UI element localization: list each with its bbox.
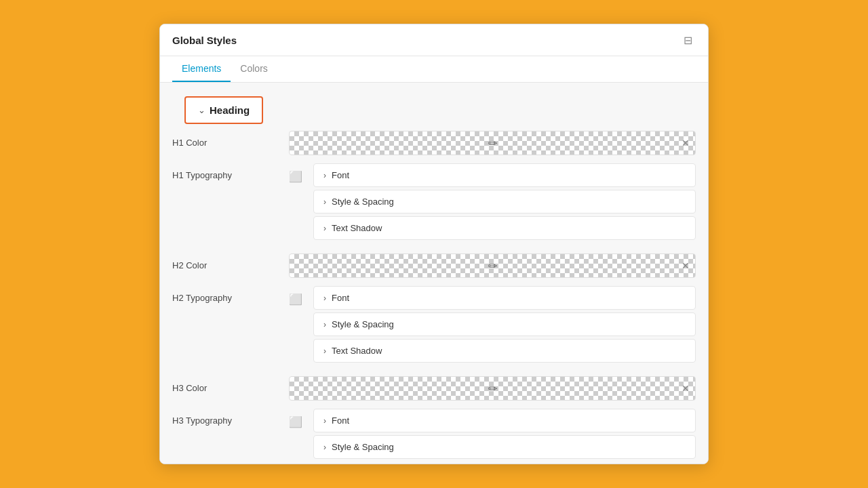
minimize-icon[interactable]: ⊟ — [684, 34, 696, 46]
h2-text-shadow-row[interactable]: › Text Shadow — [313, 339, 696, 363]
h2-color-controls: ✏ ✕ — [289, 253, 696, 278]
h1-text-shadow-row[interactable]: › Text Shadow — [313, 216, 696, 240]
h1-color-controls: ✏ ✕ — [289, 131, 696, 155]
h3-color-label: H3 Color — [172, 376, 281, 393]
chevron-right-icon: › — [323, 346, 326, 356]
tab-colors[interactable]: Colors — [231, 56, 277, 82]
chevron-right-icon: › — [323, 224, 326, 233]
h2-typography-label: H2 Typography — [172, 286, 281, 303]
h3-style-spacing-row[interactable]: › Style & Spacing — [313, 435, 696, 459]
monitor-icon: ⬜ — [289, 286, 305, 306]
h1-style-spacing-label: Style & Spacing — [332, 197, 394, 207]
pen-icon: ✏ — [488, 382, 497, 395]
h2-color-row: H2 Color ✏ ✕ — [172, 253, 696, 278]
h3-font-row[interactable]: › Font — [313, 409, 696, 432]
close-icon[interactable]: ✕ — [682, 138, 690, 148]
monitor-icon: ⬜ — [289, 163, 305, 183]
chevron-right-icon: › — [323, 416, 326, 426]
content-area: H1 Color ✏ ✕ H1 Typography ⬜ › Font — [160, 124, 708, 464]
h2-text-shadow-label: Text Shadow — [332, 346, 382, 356]
h3-style-spacing-label: Style & Spacing — [332, 442, 394, 452]
monitor-icon: ⬜ — [289, 409, 305, 428]
h1-color-row: H1 Color ✏ ✕ — [172, 131, 696, 155]
divider — [172, 248, 696, 253]
chevron-right-icon: › — [323, 443, 326, 452]
h2-style-spacing-row[interactable]: › Style & Spacing — [313, 312, 696, 336]
chevron-right-icon: › — [323, 293, 326, 303]
chevron-down-icon: ⌄ — [198, 105, 205, 115]
h1-color-label: H1 Color — [172, 131, 281, 148]
close-icon[interactable]: ✕ — [682, 260, 690, 271]
h2-typography-controls: › Font › Style & Spacing › Text Shadow — [313, 286, 696, 363]
section-heading-label: Heading — [210, 104, 250, 116]
panel-title: Global Styles — [172, 35, 237, 46]
h1-text-shadow-label: Text Shadow — [332, 223, 382, 233]
h3-color-row: H3 Color ✏ ✕ — [172, 376, 696, 401]
h1-typography-controls: › Font › Style & Spacing › Text Shadow — [313, 163, 696, 240]
tab-elements[interactable]: Elements — [172, 56, 231, 82]
h1-style-spacing-row[interactable]: › Style & Spacing — [313, 190, 696, 214]
h3-typography-controls: › Font › Style & Spacing — [313, 409, 696, 459]
chevron-right-icon: › — [323, 320, 326, 329]
chevron-right-icon: › — [323, 171, 326, 180]
h2-font-row[interactable]: › Font — [313, 286, 696, 310]
h3-typography-row: H3 Typography ⬜ › Font › Style & Spacing — [172, 409, 696, 459]
h1-color-picker[interactable]: ✏ ✕ — [289, 131, 696, 155]
h2-color-label: H2 Color — [172, 253, 281, 270]
pen-icon: ✏ — [488, 137, 497, 150]
h2-color-picker[interactable]: ✏ ✕ — [289, 253, 696, 278]
h1-font-row[interactable]: › Font — [313, 163, 696, 187]
panel-titlebar: Global Styles ⊟ — [160, 24, 708, 56]
h2-style-spacing-label: Style & Spacing — [332, 319, 394, 329]
pen-icon: ✏ — [488, 260, 497, 272]
close-icon[interactable]: ✕ — [682, 383, 690, 394]
h1-typography-label: H1 Typography — [172, 163, 281, 180]
h3-color-controls: ✏ ✕ — [289, 376, 696, 401]
h3-color-picker[interactable]: ✏ ✕ — [289, 376, 696, 401]
divider — [172, 371, 696, 376]
chevron-right-icon: › — [323, 197, 326, 207]
h3-typography-label: H3 Typography — [172, 409, 281, 426]
global-styles-panel: Global Styles ⊟ Elements Colors ⌄ Headin… — [159, 24, 709, 464]
tabs-bar: Elements Colors — [160, 56, 708, 83]
h3-font-label: Font — [332, 415, 349, 426]
h1-font-label: Font — [332, 170, 349, 180]
panel-body: ⌄ Heading H1 Color ✏ ✕ H1 Typography ⬜ — [160, 83, 708, 464]
h1-typography-row: H1 Typography ⬜ › Font › Style & Spacing… — [172, 163, 696, 240]
section-heading[interactable]: ⌄ Heading — [184, 96, 263, 124]
h2-typography-row: H2 Typography ⬜ › Font › Style & Spacing… — [172, 286, 696, 363]
h2-font-label: Font — [332, 293, 349, 303]
